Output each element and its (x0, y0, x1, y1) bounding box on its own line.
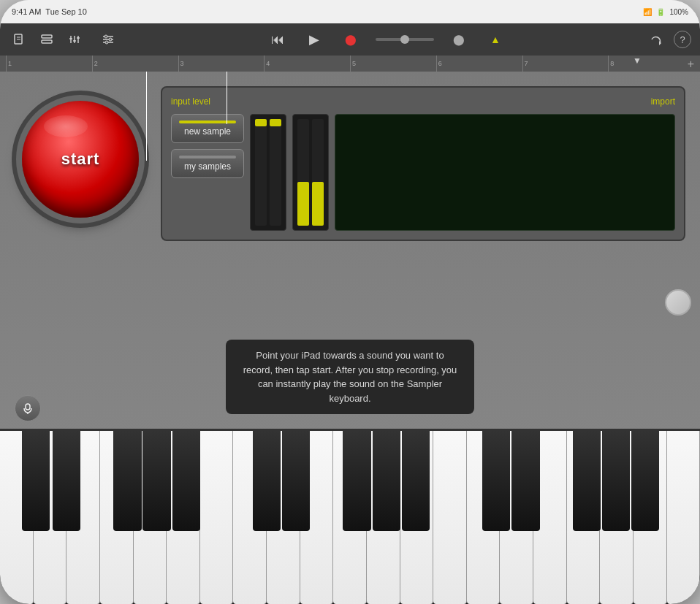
level-meters-2 (292, 114, 329, 231)
keyboard-area (0, 429, 700, 604)
white-key-b4[interactable] (667, 431, 701, 604)
my-samples-indicator (179, 156, 236, 158)
meter-bar-right (270, 119, 281, 226)
meter-bar-left (255, 119, 267, 226)
new-doc-button[interactable] (9, 29, 29, 50)
rewind-button[interactable]: ⏮ (266, 28, 289, 51)
tracks-button[interactable] (37, 29, 57, 50)
waveform-area (335, 114, 675, 231)
toolbar-right: ? (633, 29, 691, 50)
svg-rect-18 (26, 404, 30, 410)
black-key-gs2[interactable] (142, 431, 170, 531)
playhead-marker: ▼ (633, 56, 642, 66)
status-bar: 9:41 AM Tue Sep 10 📶 🔋 100% (0, 0, 700, 23)
my-samples-button[interactable]: my samples (171, 149, 244, 178)
status-date: Tue Sep 10 (45, 7, 86, 16)
black-key-cs2[interactable] (22, 431, 50, 531)
black-key-gs3[interactable] (373, 431, 400, 531)
ruler-mark-5: 5 (350, 56, 436, 72)
black-key-ds4[interactable] (511, 431, 539, 531)
mixer-button[interactable] (64, 29, 85, 50)
meter-fill-top-left (255, 119, 267, 126)
black-key-fs4[interactable] (573, 431, 601, 531)
play-button[interactable]: ▶ (303, 28, 326, 51)
meter-fill-2-right (312, 182, 324, 226)
keyboard (0, 431, 700, 604)
svg-point-14 (104, 35, 107, 38)
metronome-button[interactable]: ▲ (484, 28, 507, 51)
toolbar-left (9, 29, 140, 50)
timeline-ruler: 1 2 3 4 5 6 7 8 + (0, 56, 700, 72)
my-samples-label: my samples (179, 161, 236, 172)
svg-point-15 (109, 38, 112, 41)
black-key-cs3[interactable] (253, 431, 281, 531)
meter-bar-2-right (312, 119, 324, 226)
wifi-icon: 📶 (643, 8, 652, 16)
start-button[interactable]: start (22, 101, 139, 218)
loop-button[interactable] (646, 29, 666, 50)
start-button-container: start (15, 93, 146, 225)
ruler-mark-6: 6 (436, 56, 522, 72)
new-sample-indicator (179, 121, 236, 123)
toolbar-center: ⏮ ▶ ⬤ ⬤ ▲ (140, 28, 633, 51)
status-left: 9:41 AM Tue Sep 10 (12, 7, 87, 16)
ruler-mark-8: 8 (608, 56, 694, 72)
main-content: start input level import new sample (0, 72, 700, 604)
device-frame: 9:41 AM Tue Sep 10 📶 🔋 100% (0, 0, 700, 604)
black-key-fs3[interactable] (343, 431, 370, 531)
home-button[interactable] (665, 289, 691, 316)
svg-rect-8 (69, 38, 72, 39)
white-key-b3[interactable] (433, 431, 467, 604)
ruler-mark-4: 4 (264, 56, 350, 72)
black-key-as3[interactable] (402, 431, 430, 531)
white-key-b2[interactable] (200, 431, 234, 604)
black-key-gs4[interactable] (602, 431, 630, 531)
new-sample-button[interactable]: new sample (171, 114, 244, 143)
sampler-body: new sample my samples (171, 114, 675, 231)
svg-rect-10 (77, 37, 80, 39)
status-time: 9:41 AM (12, 7, 41, 16)
help-button[interactable]: ? (674, 31, 691, 48)
controls-button[interactable] (98, 29, 118, 50)
battery-icon: 🔋 (656, 8, 665, 16)
sampler-header: input level import (171, 96, 675, 107)
black-key-fs2[interactable] (113, 431, 141, 531)
ruler-numbers: 1 2 3 4 5 6 7 8 (6, 56, 694, 72)
svg-point-16 (105, 41, 108, 44)
tempo-slider[interactable] (376, 38, 434, 41)
top-toolbar: ⏮ ▶ ⬤ ⬤ ▲ ? (0, 23, 700, 56)
ruler-mark-2: 2 (92, 56, 178, 72)
start-label: start (61, 150, 100, 169)
sample-buttons: new sample my samples (171, 114, 244, 231)
circle-button[interactable]: ⬤ (447, 28, 471, 51)
instrument-area: start input level import new sample (0, 72, 700, 429)
black-key-as2[interactable] (172, 431, 200, 531)
status-right: 📶 🔋 100% (643, 8, 688, 16)
battery-percent: 100% (669, 8, 688, 16)
meter-fill-2-left (297, 182, 309, 226)
ruler-mark-3: 3 (178, 56, 265, 72)
record-button[interactable]: ⬤ (339, 28, 362, 51)
meter-fill-top-right (270, 119, 281, 126)
input-level-label: input level (171, 96, 210, 107)
new-sample-label: new sample (179, 126, 236, 137)
black-key-cs4[interactable] (482, 431, 510, 531)
meter-bar-2-left (297, 119, 309, 226)
level-meters (250, 114, 286, 231)
sampler-panel: input level import new sample my samples (161, 86, 685, 241)
ruler-mark-1: 1 (6, 56, 92, 72)
black-key-as4[interactable] (631, 431, 659, 531)
add-track-button[interactable]: + (688, 58, 694, 71)
mic-button[interactable] (15, 395, 41, 421)
svg-rect-4 (42, 40, 52, 43)
black-key-ds3[interactable] (282, 431, 310, 531)
black-key-ds2[interactable] (53, 431, 80, 531)
import-button[interactable]: import (651, 96, 675, 107)
svg-rect-9 (73, 40, 76, 42)
svg-rect-3 (42, 35, 52, 38)
ruler-mark-7: 7 (522, 56, 609, 72)
